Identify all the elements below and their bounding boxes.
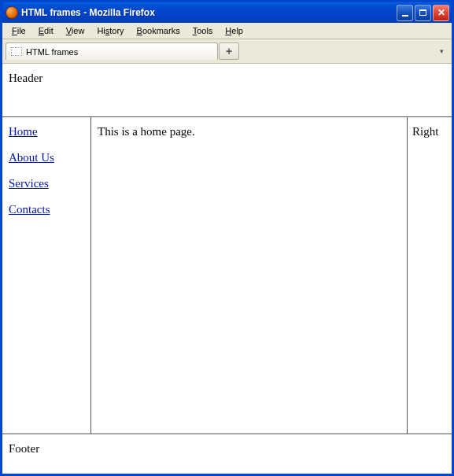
close-button[interactable]: ✕ <box>433 5 449 21</box>
firefox-icon <box>6 6 18 19</box>
menubar: File Edit View History Bookmarks Tools H… <box>2 23 452 39</box>
window-title: HTML frames - Mozilla Firefox <box>21 7 397 18</box>
tab-title: HTML frames <box>26 47 78 57</box>
tab-overflow-chevron-icon[interactable]: ▾ <box>435 47 448 55</box>
new-tab-button[interactable]: + <box>219 42 239 60</box>
close-icon: ✕ <box>437 8 445 17</box>
maximize-button[interactable] <box>415 5 431 21</box>
footer-text: Footer <box>9 442 39 455</box>
browser-window: HTML frames - Mozilla Firefox ✕ File Edi… <box>0 0 454 476</box>
frame-nav: Home About Us Services Contacts <box>2 117 91 434</box>
frame-right: Right <box>408 117 452 434</box>
tab-active[interactable]: HTML frames <box>6 42 218 60</box>
frame-header: Header <box>2 64 452 117</box>
minimize-icon <box>402 15 408 17</box>
menu-edit[interactable]: Edit <box>32 24 60 37</box>
menu-file[interactable]: File <box>6 24 32 37</box>
window-controls: ✕ <box>397 5 449 21</box>
nav-link-home[interactable]: Home <box>9 125 84 138</box>
menu-help[interactable]: Help <box>219 24 249 37</box>
titlebar[interactable]: HTML frames - Mozilla Firefox ✕ <box>2 2 452 23</box>
minimize-button[interactable] <box>397 5 413 21</box>
page-content: Header Home About Us Services Contacts T… <box>2 64 452 474</box>
frame-footer: Footer <box>2 434 452 474</box>
tabbar: HTML frames + ▾ <box>2 39 452 64</box>
header-text: Header <box>9 72 42 84</box>
maximize-icon <box>419 9 426 16</box>
menu-tools[interactable]: Tools <box>186 24 220 37</box>
menu-history[interactable]: History <box>90 24 130 37</box>
nav-link-services[interactable]: Services <box>9 177 84 190</box>
frame-middle-row: Home About Us Services Contacts This is … <box>2 117 452 434</box>
right-text: Right <box>412 125 438 138</box>
nav-link-about[interactable]: About Us <box>9 151 84 164</box>
frame-main: This is a home page. <box>91 117 408 434</box>
main-text: This is a home page. <box>98 125 195 138</box>
menu-view[interactable]: View <box>60 24 91 37</box>
plus-icon: + <box>226 45 232 57</box>
page-icon <box>11 47 22 56</box>
nav-link-contacts[interactable]: Contacts <box>9 203 84 216</box>
menu-bookmarks[interactable]: Bookmarks <box>131 24 186 37</box>
